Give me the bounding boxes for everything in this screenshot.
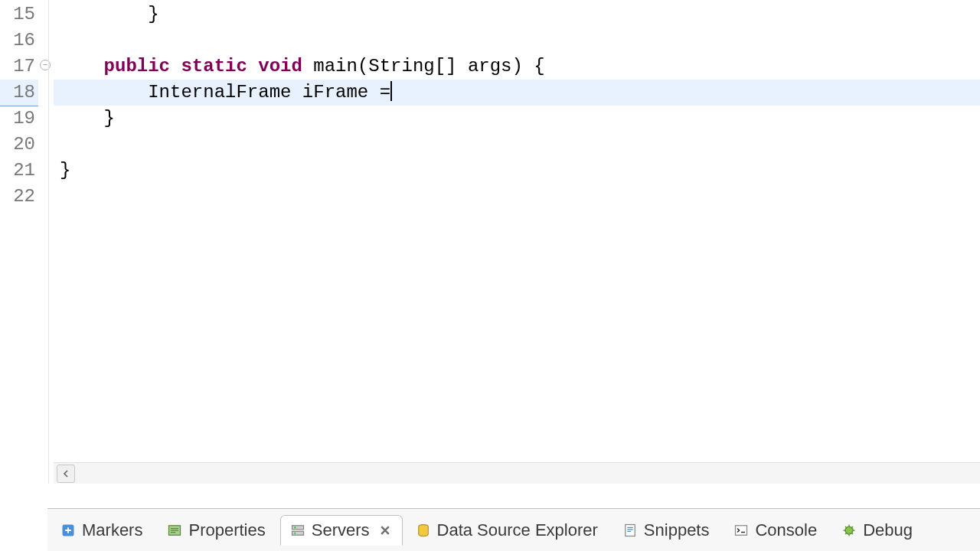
line-number-gutter: 1516171819202122 — [0, 0, 38, 484]
code-line[interactable]: public static void main(String[] args) { — [54, 54, 980, 80]
svg-point-4 — [294, 527, 296, 529]
properties-icon — [167, 523, 182, 538]
tab-servers[interactable]: Servers — [280, 515, 403, 546]
code-line[interactable] — [54, 132, 980, 158]
code-editor[interactable]: 1516171819202122 – } public static void … — [0, 0, 980, 484]
svg-rect-8 — [736, 525, 747, 535]
tab-label: Markers — [82, 520, 142, 540]
line-number: 16 — [0, 28, 38, 54]
code-area[interactable]: } public static void main(String[] args)… — [54, 0, 980, 484]
tab-label: Console — [755, 520, 817, 540]
debug-icon — [841, 523, 857, 538]
line-number: 20 — [0, 132, 38, 158]
tab-dse[interactable]: Data Source Explorer — [406, 515, 609, 546]
tab-markers[interactable]: Markers — [51, 515, 154, 546]
tab-snippets[interactable]: Snippets — [612, 515, 721, 546]
line-number: 19 — [0, 106, 38, 132]
tab-label: Snippets — [644, 520, 710, 540]
svg-rect-2 — [292, 525, 303, 529]
line-number: 22 — [0, 184, 38, 210]
tab-debug[interactable]: Debug — [831, 515, 924, 546]
code-line[interactable]: } — [54, 106, 980, 132]
folding-gutter: – — [38, 0, 54, 484]
close-icon[interactable] — [379, 524, 391, 536]
views-tab-bar: MarkersPropertiesServersData Source Expl… — [47, 508, 980, 551]
tab-properties[interactable]: Properties — [157, 515, 276, 546]
scroll-left-button[interactable] — [57, 465, 75, 483]
tab-label: Properties — [188, 520, 265, 540]
code-line[interactable] — [54, 28, 980, 54]
tab-label: Servers — [312, 520, 370, 540]
svg-rect-3 — [292, 531, 303, 535]
datasource-icon — [416, 523, 431, 538]
code-line[interactable]: } — [54, 158, 980, 184]
line-number: 15 — [0, 2, 38, 28]
tab-label: Debug — [863, 520, 913, 540]
snippets-icon — [622, 523, 638, 538]
svg-point-5 — [294, 532, 296, 534]
text-caret — [390, 81, 392, 101]
tab-label: Data Source Explorer — [437, 520, 598, 540]
line-number: 18 — [0, 80, 38, 106]
code-line[interactable]: InternalFrame iFrame = — [54, 80, 980, 106]
chevron-left-icon — [62, 470, 70, 478]
console-icon — [733, 523, 749, 538]
markers-icon — [60, 523, 76, 538]
line-number: 17 — [0, 54, 38, 80]
code-line[interactable] — [54, 184, 980, 210]
line-number: 21 — [0, 158, 38, 184]
horizontal-scrollbar[interactable] — [54, 462, 980, 484]
tab-console[interactable]: Console — [724, 515, 828, 546]
servers-icon — [290, 523, 305, 538]
svg-rect-7 — [626, 524, 635, 536]
code-line[interactable]: } — [54, 2, 980, 28]
gutter-divider — [48, 0, 49, 484]
